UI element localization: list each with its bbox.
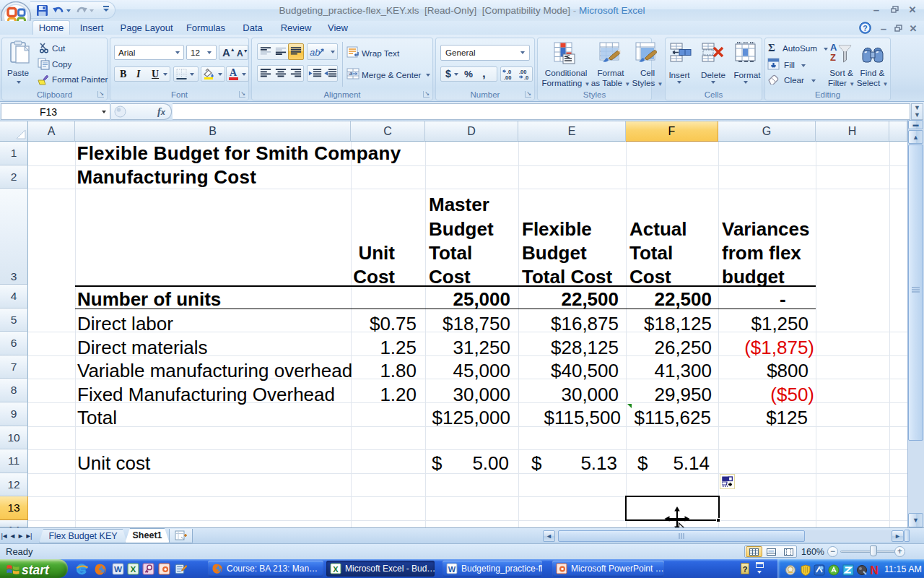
svg-text:W: W <box>114 564 122 574</box>
svg-text:.0: .0 <box>524 74 528 81</box>
svg-text:ab: ab <box>310 47 320 58</box>
svg-text:X: X <box>131 564 136 574</box>
svg-text:X: X <box>333 565 339 574</box>
svg-text:.00: .00 <box>504 74 511 81</box>
svg-text:A: A <box>830 42 837 53</box>
svg-text:N: N <box>870 564 879 576</box>
svg-text:?: ? <box>863 24 867 33</box>
svg-text:a: a <box>349 70 353 77</box>
svg-text:W: W <box>448 565 456 574</box>
svg-text:Z: Z <box>830 52 836 63</box>
